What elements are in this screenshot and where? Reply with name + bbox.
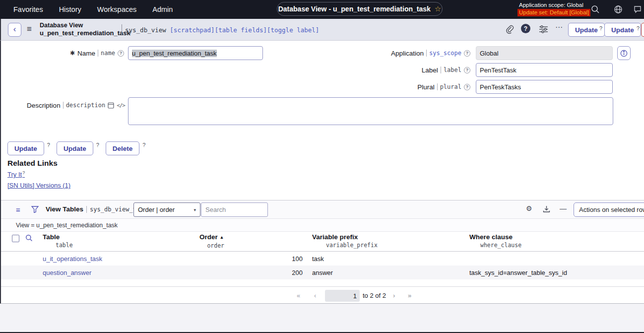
row-order-cell[interactable]: 200 [239,266,303,279]
help-icon[interactable]: ? [521,24,530,33]
pagination-bar: « ‹ to 2 of 2 › » [1,286,644,304]
record-title-pill[interactable]: Database View - u_pen_test_remediation_t… [277,2,443,16]
title-divider [122,24,122,35]
record-name: u_pen_test_remediation_task [40,29,130,37]
form-action-buttons: Update ? Update ? Delete ? [7,141,149,155]
code-editor-icon[interactable]: </> [117,102,125,109]
application-input: Global [476,46,613,60]
record-heading: Database View u_pen_test_remediation_tas… [40,21,130,37]
list-header-row: Table table Order ▲ order Variable prefi… [1,232,644,252]
current-page-input[interactable] [325,290,360,302]
gear-icon[interactable]: ⚙ [526,205,532,212]
more-options-icon[interactable]: ⋯ [555,23,563,32]
row-order-cell[interactable]: 100 [239,252,303,266]
search-icon[interactable] [591,5,600,14]
plural-help-icon[interactable]: ? [464,84,470,90]
record-title: Database View - u_pen_test_remediation_t… [278,5,431,13]
label-help-icon[interactable]: ? [464,67,470,73]
update-button[interactable]: Update [7,141,44,155]
translate-field-icon[interactable] [108,102,114,109]
chevron-down-icon: ▾ [193,207,196,212]
row-table-link[interactable]: u_it_operations_task [43,252,102,266]
chat-icon[interactable] [633,5,642,14]
try-it-help-icon: ? [22,170,25,175]
previous-page-icon[interactable]: ‹ [314,292,316,299]
table-tags[interactable]: [scratchpad][table fields][toggle label] [170,26,319,34]
globe-icon[interactable] [614,5,623,14]
update-help-icon[interactable]: ? [599,25,602,31]
scope-block: Application scope: Global Update set: De… [517,1,590,16]
row-where-cell[interactable]: task_sys_id=answer_table_sys_id [469,266,567,279]
update-button-header-2[interactable]: Update [604,23,641,37]
column-header-order[interactable]: Order ▲ order [199,233,224,250]
column-header-variable-prefix[interactable]: Variable prefix variable_prefix [312,233,378,249]
description-field-label: Description description </> [1,98,125,112]
update-help-icon-2[interactable]: ? [637,25,640,31]
back-button[interactable]: ‹ [8,23,21,37]
name-help-icon[interactable]: ? [118,50,124,57]
form-context-menu-icon[interactable]: ≡ [27,24,32,34]
column-header-where-clause[interactable]: Where clause where_clause [469,233,521,249]
back-chevron-icon: ‹ [13,24,16,34]
attachment-icon[interactable] [506,25,514,34]
update-set-text: Update set: Default [Global] [517,9,590,16]
last-page-icon[interactable]: » [408,292,411,299]
plural-input[interactable] [476,80,613,94]
view-tables-related-list: ≡ View Tables sys_db_view_table Order | … [1,200,644,304]
nav-item-admin[interactable]: Admin [152,5,173,13]
export-download-icon[interactable] [543,205,550,213]
top-nav-bar: Favorites History Workspaces Admin Datab… [0,0,644,19]
nav-item-workspaces[interactable]: Workspaces [97,5,137,13]
list-context-menu-icon[interactable]: ≡ [16,205,20,214]
application-help-icon[interactable]: ? [464,50,470,57]
row-prefix-cell[interactable]: task [312,252,324,266]
sort-ascending-icon: ▲ [220,235,224,240]
record-type: Database View [40,21,130,29]
list-toolbar: ≡ View Tables sys_db_view_table Order | … [1,200,644,219]
update-button-help-icon[interactable]: ? [47,142,50,148]
actions-on-selected-rows-button[interactable]: Actions on selected rows [574,202,644,217]
column-search-icon[interactable] [25,234,33,242]
description-textarea[interactable] [128,97,613,125]
favorite-star-icon[interactable]: ☆ [435,4,441,13]
required-marker-icon: ✱ [70,50,75,57]
row-table-link[interactable]: question_answer [43,266,91,279]
application-info-button[interactable] [617,46,631,60]
label-field-label: Label label ? [319,63,470,77]
plural-field-label: Plural plural ? [319,80,470,94]
form-header-bar: ‹ ≡ Database View u_pen_test_remediation… [0,19,644,41]
label-input[interactable] [476,63,613,77]
delete-button-help-icon[interactable]: ? [142,142,145,148]
delete-button-header[interactable]: Delete [641,23,644,37]
column-header-table[interactable]: Table table [43,233,73,249]
info-icon [620,50,628,57]
personalize-form-icon[interactable] [539,25,548,33]
list-breadcrumb[interactable]: View = u_pen_test_remediation_task [1,219,644,232]
list-sort-select[interactable]: Order | order ▾ [133,202,200,217]
update-button-2[interactable]: Update [57,141,93,155]
update-button-2-help-icon[interactable]: ? [96,142,99,148]
table-technical-name: sys_db_view [scratchpad][table fields][t… [125,26,319,34]
try-it-link[interactable]: Try It? [7,170,25,178]
list-search-input[interactable] [201,202,268,217]
application-scope-text: Application scope: Global [517,1,590,9]
row-prefix-cell[interactable]: answer [312,266,333,279]
name-value-selected: u_pen_test_remediation_task [132,50,217,57]
sn-utils-versions-link[interactable]: [SN Utils] Versions (1) [7,182,70,189]
delete-button[interactable]: Delete [106,141,140,155]
minimize-list-icon[interactable]: — [560,204,567,212]
form-content: ✱ Name name ? u_pen_test_remediation_tas… [0,41,644,304]
top-nav-menu: Favorites History Workspaces Admin [13,0,173,19]
name-input[interactable]: u_pen_test_remediation_task [128,46,263,60]
nav-item-favorites[interactable]: Favorites [13,5,43,13]
table-name: sys_db_view [125,26,166,34]
related-links-heading: Related Links [7,159,58,168]
next-page-icon[interactable]: › [393,292,395,299]
name-field-label: ✱ Name name ? [1,46,124,60]
select-all-checkbox[interactable] [12,235,19,242]
filter-icon[interactable] [31,206,39,213]
first-page-icon[interactable]: « [297,292,300,299]
nav-item-history[interactable]: History [59,5,81,13]
table-row: u_it_operations_task 100 task [1,252,644,266]
table-row: question_answer 200 answer task_sys_id=a… [1,266,644,279]
